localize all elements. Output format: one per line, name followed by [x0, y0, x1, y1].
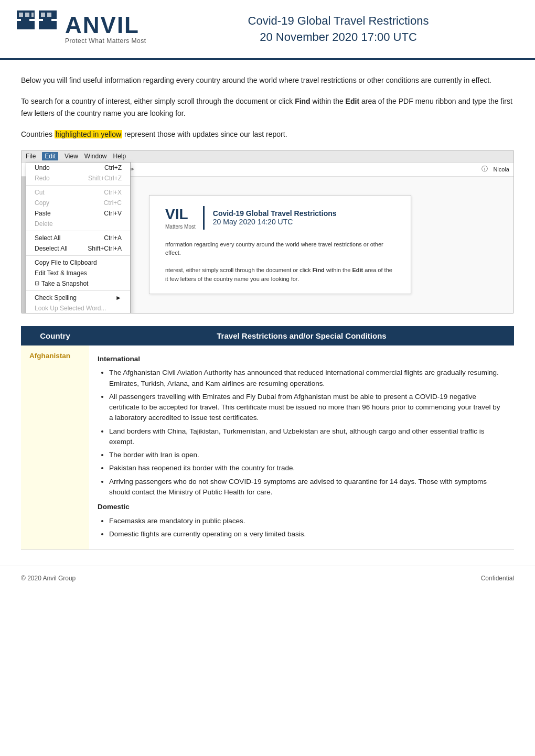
svg-rect-3 [39, 21, 57, 29]
bullet-item: Land borders with China, Tajikistan, Tur… [109, 426, 506, 448]
pdf-inner-body: nformation regarding every country aroun… [165, 240, 395, 284]
svg-rect-7 [25, 13, 29, 17]
separator2 [26, 231, 130, 231]
bullet-item: Domestic flights are currently operating… [109, 529, 506, 539]
logo-area: ANVIL Protect What Matters Most [16, 9, 163, 49]
domestic-bullets: Facemasks are mandatory in public places… [109, 516, 506, 540]
menu-help[interactable]: Help [113, 153, 126, 160]
main-content: Below you will find useful information r… [0, 60, 535, 560]
logo-text: ANVIL Protect What Matters Most [65, 14, 146, 45]
col-header-restrictions: Travel Restrictions and/or Special Condi… [89, 326, 514, 345]
separator4 [26, 290, 130, 291]
intro-paragraph3: Countries highlighted in yellow represen… [21, 128, 514, 140]
footer-copyright: © 2020 Anvil Group [21, 575, 76, 582]
separator3 [26, 255, 130, 256]
pdf-menu-bar: File Edit View Window Help [22, 150, 513, 163]
intro-paragraph1: Below you will find useful information r… [21, 74, 514, 86]
menu-paste[interactable]: PasteCtrl+V [26, 208, 130, 219]
pdf-inner-page: VILMatters Most Covid-19 Global Travel R… [149, 195, 411, 295]
edit-keyword: Edit [346, 97, 359, 105]
inner-body-line2: effect. [165, 249, 395, 257]
logo-anvil-text: ANVIL [65, 14, 146, 37]
help-circle-icon: ⓘ [479, 165, 490, 174]
anvil-logo-icon [16, 9, 58, 49]
menu-file[interactable]: File [26, 153, 36, 160]
separator1 [26, 185, 130, 186]
menu-cut[interactable]: CutCtrl+X [26, 187, 130, 198]
menu-edit-text[interactable]: Edit Text & Images [26, 268, 130, 278]
page-header: ANVIL Protect What Matters Most Covid-19… [0, 0, 535, 60]
intro-paragraph2: To search for a country of interest, eit… [21, 95, 514, 119]
country-name-afghanistan: Afghanistan [29, 352, 70, 360]
bullet-item: Pakistan has reopened its border with th… [109, 463, 506, 473]
country-cell-afghanistan: Afghanistan [21, 345, 89, 550]
bullet-item: The border with Iran is open. [109, 450, 506, 460]
pdf-inner-header: VILMatters Most Covid-19 Global Travel R… [165, 206, 395, 235]
menu-copy-text[interactable]: CopyCtrl+C [26, 198, 130, 208]
menu-window[interactable]: Window [84, 153, 107, 160]
inner-title-line2: 20 May 2020 14:20 UTC [213, 218, 337, 226]
menu-check-spelling[interactable]: Check Spelling► [26, 293, 130, 303]
footer-confidential: Confidential [481, 575, 514, 582]
inner-body-line3: nterest, either simply scroll through th… [165, 266, 395, 275]
highlight-text: highlighted in yellow [55, 130, 122, 138]
menu-copy-file[interactable]: Copy File to Clipboard [26, 257, 130, 268]
menu-lookup[interactable]: Look Up Selected Word... [26, 303, 130, 314]
menu-snapshot[interactable]: ⊡ Take a Snapshot [26, 278, 130, 289]
bullet-item: Facemasks are mandatory in public places… [109, 516, 506, 526]
table-row: Afghanistan International The Afghanista… [21, 345, 514, 550]
table-header-row: Country Travel Restrictions and/or Speci… [21, 326, 514, 345]
menu-edit[interactable]: Edit [42, 152, 58, 160]
pdf-inner-title: Covid-19 Global Travel Restrictions 20 M… [213, 209, 337, 226]
pdf-screenshot: File Edit View Window Help He ✉ 🔍 ⓘ ◎ 1 … [21, 150, 514, 314]
svg-rect-8 [31, 13, 34, 17]
inner-title-line1: Covid-19 Global Travel Restrictions [213, 209, 337, 218]
find-keyword: Find [295, 97, 311, 105]
inner-body-line4: it few letters of the country name you a… [165, 275, 395, 284]
inner-body-line1: nformation regarding every country aroun… [165, 240, 395, 249]
menu-view[interactable]: View [65, 153, 78, 160]
restrictions-table: Country Travel Restrictions and/or Speci… [21, 326, 514, 550]
table-container: Country Travel Restrictions and/or Speci… [21, 326, 514, 550]
bullet-item: Arriving passengers who do not show COVI… [109, 477, 506, 498]
restriction-cell-afghanistan: International The Afghanistan Civil Avia… [89, 345, 514, 550]
title-line2: 20 November 2020 17:00 UTC [163, 29, 514, 46]
international-bullets: The Afghanistan Civil Aviation Authority… [109, 368, 506, 498]
user-name: Nicola [493, 166, 509, 172]
svg-rect-10 [47, 13, 51, 17]
menu-select-all[interactable]: Select AllCtrl+A [26, 233, 130, 243]
header-title: Covid-19 Global Travel Restrictions 20 N… [163, 13, 514, 46]
pdf-inner-logo: VILMatters Most [165, 206, 205, 230]
menu-delete[interactable]: Delete [26, 219, 130, 229]
menu-undo[interactable]: UndoCtrl+Z [26, 163, 130, 173]
title-line1: Covid-19 Global Travel Restrictions [163, 13, 514, 29]
svg-rect-2 [17, 21, 35, 29]
col-header-country: Country [21, 326, 89, 345]
section-domestic: Domestic [98, 502, 506, 513]
svg-rect-9 [41, 13, 45, 17]
logo-tagline: Protect What Matters Most [65, 38, 146, 45]
pdf-body: UndoCtrl+Z RedoShift+Ctrl+Z CutCtrl+X Co… [22, 177, 513, 313]
bullet-item: The Afghanistan Civil Aviation Authority… [109, 368, 506, 389]
page-footer: © 2020 Anvil Group Confidential [0, 566, 535, 590]
edit-dropdown: UndoCtrl+Z RedoShift+Ctrl+Z CutCtrl+X Co… [26, 162, 131, 314]
menu-redo[interactable]: RedoShift+Ctrl+Z [26, 173, 130, 183]
bullet-item: All passengers travelling with Emirates … [109, 392, 506, 424]
section-international: International [98, 354, 506, 365]
menu-deselect-all[interactable]: Deselect AllShift+Ctrl+A [26, 243, 130, 254]
svg-rect-6 [19, 13, 23, 17]
